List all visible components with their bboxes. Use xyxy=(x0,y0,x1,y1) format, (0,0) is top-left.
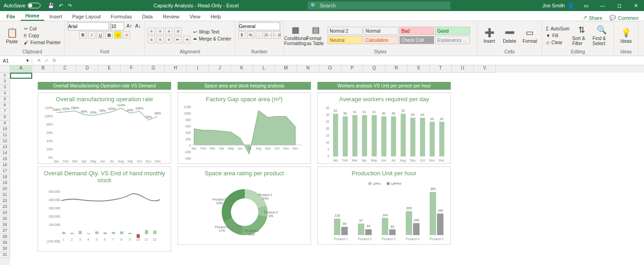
row-header[interactable]: 13 xyxy=(0,144,10,150)
tab-home[interactable]: Home xyxy=(21,12,44,21)
fill-color-button[interactable]: ◇ xyxy=(114,31,121,39)
col-header[interactable]: C xyxy=(54,65,76,73)
copy-button[interactable]: ⎘Copy xyxy=(23,33,62,39)
indent-inc-icon[interactable]: ⇥ xyxy=(183,36,190,43)
save-icon[interactable]: 💾 xyxy=(48,3,54,9)
currency-icon[interactable]: $ xyxy=(238,31,246,39)
col-header[interactable]: V xyxy=(474,65,496,73)
tab-page-layout[interactable]: Page Layout xyxy=(68,12,105,21)
tab-formulas[interactable]: Formulas xyxy=(106,12,137,21)
row-header[interactable]: 11 xyxy=(0,132,10,138)
col-header[interactable]: G xyxy=(143,65,165,73)
minimize-icon[interactable]: — xyxy=(594,3,611,9)
percent-icon[interactable]: % xyxy=(247,31,254,39)
col-header[interactable]: K xyxy=(231,65,253,73)
style-bad[interactable]: Bad xyxy=(399,27,434,35)
col-header[interactable]: D xyxy=(76,65,98,73)
merge-center-button[interactable]: ⬌Merge & Center xyxy=(192,36,232,42)
row-header[interactable]: 30 xyxy=(0,246,10,252)
col-header[interactable]: R xyxy=(385,65,408,73)
row-header[interactable]: 8 xyxy=(0,115,10,121)
align-right-icon[interactable]: ≡ xyxy=(165,36,172,43)
row-header[interactable]: 6 xyxy=(0,103,10,109)
underline-button[interactable]: U xyxy=(97,31,104,39)
worksheet-canvas[interactable]: Overlall Manufactoring Operation rate VS… xyxy=(10,73,644,265)
conditional-formatting-button[interactable]: ▦Conditional Formatting xyxy=(287,25,305,46)
row-header[interactable]: 1 xyxy=(0,73,10,79)
tab-file[interactable]: File xyxy=(2,12,20,21)
tab-help[interactable]: Help xyxy=(206,12,226,21)
style-normal[interactable]: Normal xyxy=(363,27,398,35)
align-middle-icon[interactable]: ≡ xyxy=(156,28,164,35)
font-color-button[interactable]: A xyxy=(123,31,130,39)
user-avatar-icon[interactable]: 👤 xyxy=(568,3,574,9)
row-header[interactable]: 20 xyxy=(0,186,10,192)
orientation-icon[interactable]: ⤭ xyxy=(174,28,182,35)
col-header[interactable]: E xyxy=(98,65,121,73)
style-neutral[interactable]: Neutral xyxy=(328,36,362,44)
shrink-font-icon[interactable]: A↓ xyxy=(134,22,142,29)
align-left-icon[interactable]: ≡ xyxy=(148,36,155,43)
decimal-inc-icon[interactable]: .0→ xyxy=(264,31,272,39)
chart-uph[interactable]: Production Unit per hour UPHUPPH13869974… xyxy=(317,167,451,245)
row-header[interactable]: 9 xyxy=(0,121,10,127)
italic-button[interactable]: I xyxy=(88,31,95,39)
row-header[interactable]: 15 xyxy=(0,156,10,162)
decimal-dec-icon[interactable]: ←.0 xyxy=(273,31,281,39)
tab-view[interactable]: View xyxy=(185,12,205,21)
comma-icon[interactable]: , xyxy=(256,31,263,39)
style-normal2[interactable]: Normal 2 xyxy=(328,27,362,35)
ribbon-display-icon[interactable]: ▭ xyxy=(578,3,594,9)
row-header[interactable]: 19 xyxy=(0,180,10,186)
enter-formula-icon[interactable]: ✓ xyxy=(45,58,49,63)
row-header[interactable]: 7 xyxy=(0,109,10,115)
row-header[interactable]: 12 xyxy=(0,138,10,144)
row-header[interactable]: 26 xyxy=(0,222,10,228)
col-header[interactable]: N xyxy=(297,65,319,73)
row-header[interactable]: 2 xyxy=(0,79,10,85)
col-header[interactable]: U xyxy=(452,65,474,73)
maximize-icon[interactable]: ◻ xyxy=(611,3,627,9)
autosum-button[interactable]: ΣAutoSum xyxy=(545,26,570,32)
tab-review[interactable]: Review xyxy=(158,12,184,21)
row-header[interactable]: 4 xyxy=(0,91,10,97)
tab-data[interactable]: Data xyxy=(138,12,157,21)
autosave-toggle[interactable] xyxy=(28,3,40,8)
col-header[interactable]: A xyxy=(10,65,32,73)
chart-space-rating[interactable]: Space area rating per product Product 12… xyxy=(178,167,311,245)
row-header[interactable]: 22 xyxy=(0,198,10,204)
align-top-icon[interactable]: ≡ xyxy=(148,28,155,35)
ideas-button[interactable]: 💡Ideas xyxy=(617,28,635,44)
col-header[interactable]: T xyxy=(430,65,452,73)
style-explanatory[interactable]: Explanatory ... xyxy=(435,36,470,44)
style-check-cell[interactable]: Check Cell xyxy=(399,36,434,44)
font-size-select[interactable] xyxy=(110,22,124,30)
name-box[interactable]: A1▾ xyxy=(0,58,32,63)
col-header[interactable]: O xyxy=(319,65,341,73)
style-good[interactable]: Good xyxy=(435,27,470,35)
chart-operation-rate[interactable]: Overall manufactoring operation rate 120… xyxy=(38,92,171,164)
close-icon[interactable]: ✕ xyxy=(627,3,644,9)
fill-button[interactable]: ▼Fill xyxy=(545,33,570,39)
row-header[interactable]: 3 xyxy=(0,85,10,91)
align-bottom-icon[interactable]: ≡ xyxy=(165,28,172,35)
row-header[interactable]: 29 xyxy=(0,240,10,246)
format-cells-button[interactable]: ▭Format xyxy=(521,28,539,44)
grow-font-icon[interactable]: A↑ xyxy=(126,22,133,29)
clear-button[interactable]: ◇Clear xyxy=(545,40,570,46)
chart-gap-space[interactable]: Factory Gap space area (m²) 120010008006… xyxy=(178,92,311,164)
wrap-text-button[interactable]: ↩Wrap Text xyxy=(192,29,232,35)
row-header[interactable]: 23 xyxy=(0,204,10,210)
align-center-icon[interactable]: ≡ xyxy=(156,36,164,43)
indent-dec-icon[interactable]: ⇤ xyxy=(174,36,182,43)
redo-icon[interactable]: ↷ xyxy=(68,3,72,9)
number-format-select[interactable] xyxy=(239,22,280,30)
comments-button[interactable]: 💬Commen xyxy=(606,15,642,21)
col-header[interactable]: J xyxy=(209,65,231,73)
col-header[interactable]: S xyxy=(408,65,430,73)
row-header[interactable]: 25 xyxy=(0,216,10,222)
row-header[interactable]: 28 xyxy=(0,234,10,240)
cancel-formula-icon[interactable]: ✕ xyxy=(37,58,41,63)
col-header[interactable]: B xyxy=(32,65,54,73)
col-header[interactable]: Q xyxy=(363,65,385,73)
